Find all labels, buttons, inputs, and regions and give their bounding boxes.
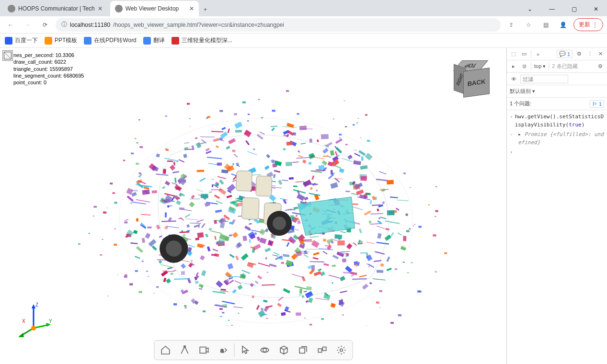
svg-rect-633 <box>250 283 254 287</box>
cutting-plane-button[interactable] <box>294 341 312 359</box>
svg-line-691 <box>352 206 363 210</box>
camera-button[interactable] <box>195 341 213 359</box>
minimize-button[interactable]: — <box>541 2 563 16</box>
gear-icon[interactable]: ⚙ <box>596 63 604 70</box>
svg-rect-766 <box>219 308 223 310</box>
svg-rect-580 <box>283 254 289 257</box>
svg-rect-555 <box>252 244 261 250</box>
svg-rect-762 <box>137 142 138 144</box>
browser-tab[interactable]: HOOPS Communicator | Tech ✕ <box>3 1 107 16</box>
svg-line-269 <box>376 179 388 181</box>
share-icon[interactable]: ⇪ <box>504 18 518 32</box>
svg-rect-759 <box>411 262 413 263</box>
redline-button[interactable] <box>175 341 194 359</box>
home-button[interactable] <box>156 341 174 359</box>
bookmark-item[interactable]: 在线PDF转Word <box>84 36 136 45</box>
new-tab-button[interactable]: + <box>199 3 212 16</box>
star-icon[interactable]: ☆ <box>522 18 535 32</box>
more-tabs-icon[interactable]: » <box>534 50 542 58</box>
svg-rect-183 <box>330 150 334 156</box>
update-button[interactable]: 更新 ⋮ <box>573 18 603 31</box>
svg-rect-794 <box>123 160 125 161</box>
close-icon[interactable]: ✕ <box>596 50 604 58</box>
3d-model[interactable] <box>48 77 449 326</box>
svg-rect-157 <box>145 233 150 239</box>
settings-icon[interactable]: ⚙ <box>575 50 583 58</box>
svg-rect-92 <box>299 294 302 296</box>
maximize-button[interactable]: ▢ <box>563 2 585 16</box>
svg-rect-415 <box>236 162 239 166</box>
level-select[interactable]: 默认级别 ▾ <box>510 88 535 95</box>
selection-tool-icon[interactable] <box>2 50 13 61</box>
svg-line-617 <box>184 149 193 149</box>
svg-point-836 <box>31 326 36 330</box>
nav-cube[interactable]: TOP RIGHT BACK <box>454 57 497 101</box>
bookmark-item[interactable]: 三维轻量化模型深... <box>172 36 232 45</box>
svg-rect-248 <box>296 312 301 316</box>
dropdown-icon[interactable]: ⌄ <box>519 2 541 16</box>
cube-front-face[interactable]: BACK <box>463 68 490 98</box>
close-button[interactable]: ✕ <box>585 2 607 16</box>
svg-rect-702 <box>114 244 117 246</box>
svg-rect-775 <box>258 99 260 100</box>
context-select[interactable]: top ▾ <box>534 63 546 69</box>
svg-line-497 <box>401 246 405 247</box>
clear-icon[interactable]: ⊘ <box>520 63 528 70</box>
menu-icon[interactable]: ⋮ <box>586 50 594 58</box>
orbit-button[interactable] <box>255 341 274 359</box>
settings-button[interactable] <box>332 341 350 359</box>
svg-rect-75 <box>218 188 227 195</box>
svg-rect-296 <box>149 239 157 247</box>
svg-point-843 <box>263 348 266 352</box>
svg-rect-678 <box>253 148 255 150</box>
text-button[interactable]: a <box>214 341 232 359</box>
svg-rect-281 <box>191 260 193 262</box>
svg-rect-695 <box>252 295 254 298</box>
svg-line-537 <box>282 126 297 127</box>
side-panel-icon[interactable]: ▤ <box>539 18 552 32</box>
device-icon[interactable]: ▭ <box>520 50 528 58</box>
inspect-icon[interactable]: ⬚ <box>510 50 517 58</box>
reload-button[interactable]: ⟳ <box>38 18 52 32</box>
back-button[interactable]: ← <box>4 18 17 32</box>
eye-icon[interactable]: 👁 <box>510 75 517 83</box>
bookmark-icon <box>143 37 151 45</box>
bookmark-item[interactable]: PPT模板 <box>45 36 77 45</box>
issue-badge[interactable]: 🏳1 <box>590 100 604 108</box>
svg-rect-337 <box>256 305 260 310</box>
3d-viewport[interactable]: nes_per_second: 10.3306 draw_call_count:… <box>0 48 506 364</box>
svg-line-483 <box>258 263 270 266</box>
bookmark-item[interactable]: 翻译 <box>143 36 165 45</box>
svg-rect-33 <box>281 312 286 316</box>
svg-line-650 <box>211 179 214 180</box>
browser-tab-active[interactable]: Web Viewer Desktop ✕ <box>110 1 199 16</box>
svg-rect-719 <box>148 276 149 277</box>
url-field[interactable]: ⓘ localhost:11180/hoops_web_viewer_sampl… <box>56 18 501 32</box>
svg-rect-716 <box>414 224 415 225</box>
console-prompt[interactable]: › <box>510 148 604 158</box>
close-icon[interactable]: ✕ <box>98 5 103 12</box>
stat-points: point_count: 0 <box>13 79 84 86</box>
svg-rect-774 <box>353 124 355 125</box>
svg-line-151 <box>196 189 203 192</box>
info-icon[interactable]: ⓘ <box>61 21 67 29</box>
sidebar-toggle-icon[interactable]: ▸ <box>510 63 517 70</box>
svg-rect-36 <box>359 228 363 233</box>
messages-badge[interactable]: 💬1 <box>557 50 573 58</box>
select-button[interactable] <box>236 341 254 359</box>
svg-rect-352 <box>336 251 344 257</box>
svg-rect-22 <box>165 181 170 186</box>
svg-rect-662 <box>179 207 184 210</box>
profile-icon[interactable]: 👤 <box>556 18 570 32</box>
svg-line-111 <box>260 132 265 134</box>
filter-input[interactable] <box>520 75 568 83</box>
close-icon[interactable]: ✕ <box>189 5 194 12</box>
svg-rect-620 <box>334 234 342 239</box>
cube-button[interactable] <box>275 341 293 359</box>
console-output[interactable]: › hwv.getView().setStatisticsDisplayVisi… <box>507 110 607 364</box>
forward-button[interactable]: → <box>21 18 34 32</box>
explode-button[interactable] <box>313 341 331 359</box>
bookmark-item[interactable]: 百度一下 <box>5 36 38 45</box>
svg-rect-285 <box>228 138 236 144</box>
stat-draw-calls: draw_call_count: 6022 <box>13 58 84 65</box>
